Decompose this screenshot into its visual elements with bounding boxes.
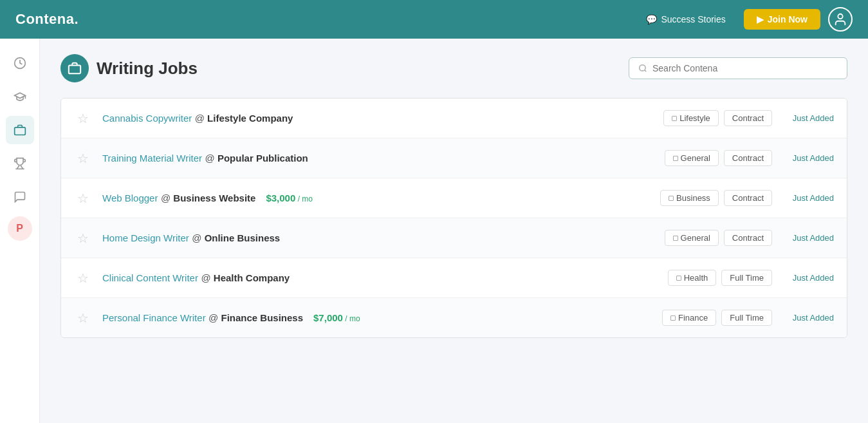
avatar[interactable] bbox=[828, 7, 853, 32]
job-company-6: Finance Business bbox=[221, 312, 303, 323]
job-tags-3: Business Contract bbox=[660, 190, 772, 206]
job-type-tag-3: Contract bbox=[724, 190, 772, 206]
messages-icon bbox=[14, 191, 26, 203]
status-badge-1: Just Added bbox=[782, 113, 834, 123]
category-dot-icon-6 bbox=[670, 315, 676, 321]
job-at-4: @ bbox=[192, 232, 204, 243]
job-info-6: Personal Finance Writer @ Finance Busine… bbox=[102, 312, 652, 324]
job-company-2: Popular Publication bbox=[217, 153, 308, 164]
category-dot-icon-4 bbox=[673, 236, 678, 241]
job-info-3: Web Blogger @ Business Website $3,000 / … bbox=[102, 193, 650, 204]
job-title-6[interactable]: Personal Finance Writer bbox=[102, 312, 206, 323]
page-header: Writing Jobs bbox=[60, 54, 847, 82]
job-title-5[interactable]: Clinical Content Writer bbox=[102, 272, 198, 283]
sidebar-item-portfolio[interactable]: P bbox=[8, 216, 32, 241]
favorite-button-3[interactable]: ☆ bbox=[74, 191, 92, 206]
header-actions: 💬 Success Stories ▶ Join Now bbox=[636, 7, 853, 32]
job-salary-3: $3,000 / mo bbox=[266, 193, 313, 203]
job-at-2: @ bbox=[205, 153, 217, 164]
job-company-1: Lifestyle Company bbox=[207, 113, 293, 124]
status-badge-5: Just Added bbox=[782, 273, 834, 283]
job-at-3: @ bbox=[161, 193, 173, 203]
sidebar-item-jobs[interactable] bbox=[6, 116, 34, 144]
job-category-tag-4: General bbox=[665, 230, 719, 246]
job-type-tag-1: Contract bbox=[724, 110, 772, 126]
job-company-3: Business Website bbox=[173, 193, 255, 203]
body-wrap: P Writing Jobs ☆ bbox=[0, 39, 868, 423]
sidebar-item-dashboard[interactable] bbox=[6, 49, 34, 77]
play-icon: ▶ bbox=[757, 14, 764, 24]
table-row: ☆ Clinical Content Writer @ Health Compa… bbox=[61, 258, 847, 298]
job-title-1[interactable]: Cannabis Copywriter bbox=[102, 113, 192, 124]
sidebar-item-messages[interactable] bbox=[6, 183, 34, 211]
favorite-button-6[interactable]: ☆ bbox=[74, 310, 92, 326]
svg-rect-2 bbox=[14, 127, 25, 135]
portfolio-label: P bbox=[16, 223, 23, 234]
job-info-2: Training Material Writer @ Popular Publi… bbox=[102, 153, 654, 164]
logo: Contena. bbox=[15, 11, 78, 28]
job-info-5: Clinical Content Writer @ Health Company bbox=[102, 272, 658, 284]
job-tags-5: Health Full Time bbox=[668, 270, 772, 286]
category-dot-icon-3 bbox=[669, 196, 674, 201]
job-tags-6: Finance Full Time bbox=[662, 310, 772, 326]
dashboard-icon bbox=[14, 57, 26, 70]
job-type-tag-4: Contract bbox=[724, 230, 772, 246]
job-info-1: Cannabis Copywriter @ Lifestyle Company bbox=[102, 113, 653, 124]
page-title: Writing Jobs bbox=[97, 59, 198, 79]
svg-point-4 bbox=[640, 65, 645, 71]
category-dot-icon-1 bbox=[672, 116, 677, 121]
job-tags-1: Lifestyle Contract bbox=[663, 110, 772, 126]
job-type-tag-6: Full Time bbox=[721, 310, 772, 326]
table-row: ☆ Web Blogger @ Business Website $3,000 … bbox=[61, 178, 847, 218]
job-company-5: Health Company bbox=[214, 272, 290, 283]
job-salary-6: $7,000 / mo bbox=[313, 312, 360, 323]
job-category-tag-3: Business bbox=[660, 190, 719, 206]
job-type-tag-5: Full Time bbox=[721, 270, 772, 286]
favorite-button-5[interactable]: ☆ bbox=[74, 270, 92, 286]
category-dot-icon-2 bbox=[673, 156, 678, 161]
job-at-5: @ bbox=[201, 272, 213, 283]
search-box bbox=[629, 57, 847, 79]
success-stories-button[interactable]: 💬 Success Stories bbox=[636, 9, 735, 30]
search-icon bbox=[638, 64, 647, 73]
job-list: ☆ Cannabis Copywriter @ Lifestyle Compan… bbox=[60, 98, 847, 338]
header: Contena. 💬 Success Stories ▶ Join Now bbox=[0, 0, 868, 39]
briefcase-icon bbox=[14, 124, 26, 136]
job-title-4[interactable]: Home Design Writer bbox=[102, 232, 189, 243]
search-input[interactable] bbox=[652, 63, 838, 73]
page-title-group: Writing Jobs bbox=[60, 54, 198, 82]
job-at-1: @ bbox=[195, 113, 207, 124]
table-row: ☆ Home Design Writer @ Online Business G… bbox=[61, 218, 847, 258]
job-tags-2: General Contract bbox=[665, 150, 772, 166]
table-row: ☆ Training Material Writer @ Popular Pub… bbox=[61, 138, 847, 178]
job-company-4: Online Business bbox=[205, 232, 281, 243]
writing-jobs-icon bbox=[68, 61, 82, 75]
main-content: Writing Jobs ☆ Cannabis Copywriter @ Lif… bbox=[40, 39, 868, 423]
sidebar-item-awards[interactable] bbox=[6, 149, 34, 178]
job-category-tag-5: Health bbox=[668, 270, 717, 286]
sidebar-item-learn[interactable] bbox=[6, 82, 34, 111]
svg-rect-3 bbox=[69, 65, 80, 73]
favorite-button-4[interactable]: ☆ bbox=[74, 230, 92, 246]
status-badge-6: Just Added bbox=[782, 313, 834, 323]
learn-icon bbox=[14, 90, 26, 103]
favorite-button-2[interactable]: ☆ bbox=[74, 151, 92, 166]
job-at-6: @ bbox=[208, 312, 221, 323]
favorite-button-1[interactable]: ☆ bbox=[74, 111, 92, 126]
job-title-3[interactable]: Web Blogger bbox=[102, 193, 158, 203]
job-title-2[interactable]: Training Material Writer bbox=[102, 153, 202, 164]
success-stories-label: Success Stories bbox=[661, 14, 725, 24]
join-now-label: Join Now bbox=[768, 14, 808, 24]
chat-icon: 💬 bbox=[646, 14, 657, 24]
job-type-tag-2: Contract bbox=[724, 150, 772, 166]
page-icon bbox=[60, 54, 89, 82]
status-badge-2: Just Added bbox=[782, 153, 834, 163]
job-category-tag-1: Lifestyle bbox=[663, 110, 719, 126]
trophy-icon bbox=[14, 157, 26, 170]
job-category-tag-2: General bbox=[665, 150, 719, 166]
join-now-button[interactable]: ▶ Join Now bbox=[744, 9, 820, 30]
user-icon bbox=[833, 12, 847, 26]
table-row: ☆ Personal Finance Writer @ Finance Busi… bbox=[61, 298, 847, 337]
job-tags-4: General Contract bbox=[665, 230, 772, 246]
status-badge-3: Just Added bbox=[782, 193, 834, 203]
